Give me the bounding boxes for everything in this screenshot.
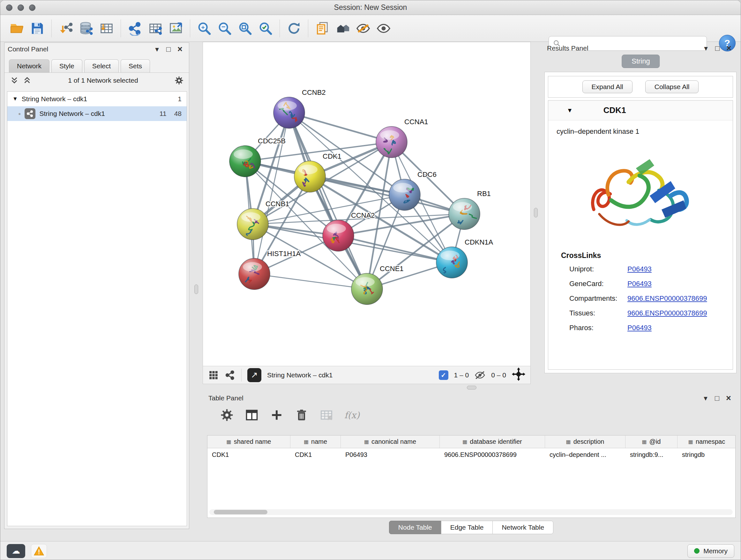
column-header-canonical-name[interactable]: ▦canonical name: [341, 435, 440, 448]
panel-float-button[interactable]: □: [163, 45, 174, 54]
import-table-button[interactable]: [96, 18, 117, 38]
network-node[interactable]: CCNA1: [376, 118, 428, 158]
tab-edge-table[interactable]: Edge Table: [441, 521, 493, 534]
apply-layout-button[interactable]: [284, 18, 304, 38]
open-in-new-window-button[interactable]: ↗: [247, 368, 261, 382]
crosslink-value-link[interactable]: 9606.ENSP00000378699: [627, 309, 707, 317]
table-row[interactable]: CDK1CDK1P064939606.ENSP00000378699cyclin…: [207, 448, 735, 461]
network-edge[interactable]: [338, 236, 452, 262]
network-node[interactable]: RB1: [449, 190, 491, 230]
collapse-all-icon[interactable]: [10, 76, 19, 85]
column-header-description[interactable]: ▦description: [545, 435, 625, 448]
panel-close-button[interactable]: ×: [723, 44, 735, 53]
network-from-table-button[interactable]: [145, 18, 165, 38]
panel-float-button[interactable]: □: [711, 394, 723, 402]
crosslink-label: Compartments:: [569, 294, 627, 303]
column-header-shared-name[interactable]: ▦shared name: [207, 435, 290, 448]
birds-eye-grid-icon[interactable]: [208, 370, 219, 381]
window-close-button[interactable]: [6, 4, 12, 11]
function-builder-button[interactable]: f(x): [344, 410, 360, 421]
window-minimize-button[interactable]: [17, 4, 24, 11]
network-node[interactable]: CDKN1A: [436, 238, 493, 278]
hide-graphics-button[interactable]: [353, 18, 374, 38]
panel-close-button[interactable]: ×: [723, 393, 734, 403]
tab-network-table[interactable]: Network Table: [492, 521, 553, 534]
crosslink-value-link[interactable]: P06493: [627, 265, 652, 273]
column-header-name[interactable]: ▦name: [290, 435, 341, 448]
zoom-fit-button[interactable]: [235, 18, 255, 38]
warnings-button[interactable]: [31, 544, 47, 558]
network-overview-icon[interactable]: [225, 370, 235, 381]
panel-float-button[interactable]: □: [712, 44, 723, 53]
column-header-id[interactable]: ▦@id: [625, 435, 677, 448]
expand-all-icon[interactable]: [22, 76, 32, 85]
show-columns-icon[interactable]: [245, 408, 259, 422]
column-header-label: canonical name: [372, 438, 416, 445]
column-header-database-identifier[interactable]: ▦database identifier: [440, 435, 545, 448]
save-session-button[interactable]: [27, 18, 48, 38]
table-horizontal-scrollbar[interactable]: [209, 509, 733, 515]
crosslink-value-link[interactable]: P06493: [627, 280, 652, 288]
column-header-label: shared name: [234, 438, 271, 445]
crosslink-value-link[interactable]: 9606.ENSP00000378699: [627, 294, 707, 303]
network-node[interactable]: HIST1H1A: [239, 250, 300, 290]
panel-collapse-button[interactable]: ▾: [700, 44, 712, 53]
new-network-button[interactable]: [125, 18, 145, 38]
hidden-elements-eye-slash-icon[interactable]: [475, 370, 485, 381]
column-header-label: description: [574, 438, 604, 445]
gear-icon[interactable]: [174, 76, 184, 85]
bottom-splitter-handle[interactable]: [467, 386, 476, 389]
tab-style[interactable]: Style: [51, 59, 82, 72]
zoom-in-button[interactable]: +: [194, 18, 214, 38]
string-home-button[interactable]: [333, 18, 353, 38]
tab-node-table[interactable]: Node Table: [389, 521, 441, 534]
left-splitter-handle[interactable]: [194, 285, 198, 294]
panel-collapse-button[interactable]: ▾: [700, 394, 711, 402]
tab-network[interactable]: Network: [9, 59, 50, 72]
gene-card-header[interactable]: ▼ CDK1: [548, 101, 733, 120]
zoom-out-button[interactable]: −: [214, 18, 235, 38]
network-node[interactable]: CCNB2: [273, 88, 326, 128]
panel-collapse-button[interactable]: ▾: [151, 45, 163, 54]
network-canvas[interactable]: CCNB2CCNA1CDC25BCDK1CDC6RB1CCNB1CCNA2CDK…: [203, 42, 530, 366]
network-node[interactable]: CDC6: [389, 171, 436, 210]
fit-content-button[interactable]: [512, 368, 525, 382]
network-collection-row[interactable]: ▼ String Network – cdk1 1: [7, 91, 187, 106]
network-node[interactable]: CCNB1: [237, 200, 289, 240]
import-network-file-button[interactable]: [56, 18, 76, 38]
crosslink-value-link[interactable]: P06493: [627, 324, 652, 332]
right-splitter-handle[interactable]: [534, 208, 538, 217]
zoom-selected-button[interactable]: [255, 18, 276, 38]
network-edge[interactable]: [254, 274, 367, 289]
toolbar-separator: [308, 19, 308, 37]
column-header-namespac[interactable]: ▦namespac: [677, 435, 736, 448]
network-node-label: CCNB2: [302, 88, 326, 97]
network-row[interactable]: ● String Network – cdk1 11 48: [7, 106, 187, 121]
export-image-button[interactable]: [165, 18, 186, 38]
tab-sets[interactable]: Sets: [121, 59, 150, 72]
add-column-plus-icon[interactable]: [270, 408, 284, 422]
table-settings-gear-icon[interactable]: [220, 408, 234, 422]
memory-button[interactable]: Memory: [687, 544, 734, 558]
memory-label: Memory: [703, 547, 728, 555]
tree-expand-icon[interactable]: ▼: [12, 96, 18, 102]
open-session-button[interactable]: [7, 18, 27, 38]
collapse-all-button[interactable]: Collapse All: [645, 80, 699, 93]
scrollbar-thumb[interactable]: [214, 510, 267, 514]
panel-close-button[interactable]: ×: [174, 44, 186, 54]
crosslink-label: Uniprot:: [569, 265, 627, 273]
import-network-database-button[interactable]: [76, 18, 96, 38]
selected-nodes-checkbox-icon[interactable]: ✓: [439, 370, 448, 380]
copy-style-button[interactable]: [312, 18, 333, 38]
section-expand-icon[interactable]: ▼: [567, 107, 573, 114]
network-node[interactable]: CDK1: [294, 152, 341, 192]
delete-column-trash-icon[interactable]: [294, 408, 309, 422]
tab-select[interactable]: Select: [84, 59, 119, 72]
cloud-services-button[interactable]: ☁: [7, 544, 25, 558]
tab-string[interactable]: String: [622, 55, 660, 68]
network-edge[interactable]: [289, 113, 367, 289]
network-view[interactable]: CCNB2CCNA1CDC25BCDK1CDC6RB1CCNB1CCNA2CDK…: [203, 42, 531, 384]
expand-all-button[interactable]: Expand All: [583, 80, 632, 93]
show-graphics-button[interactable]: [374, 18, 394, 38]
window-zoom-button[interactable]: [29, 4, 36, 11]
